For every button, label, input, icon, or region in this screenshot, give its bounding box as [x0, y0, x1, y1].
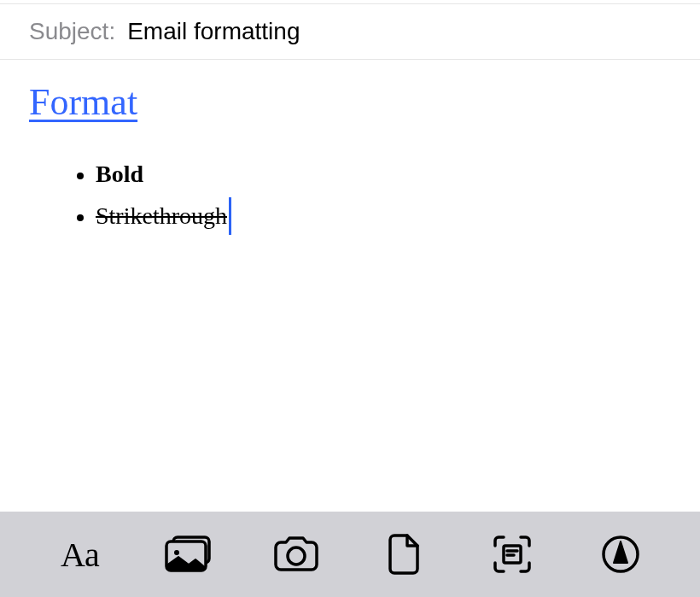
subject-row[interactable]: Subject: Email formatting [0, 4, 700, 59]
document-button[interactable] [370, 520, 438, 588]
strikethrough-text: Strikethrough [96, 202, 227, 229]
document-icon [387, 533, 421, 576]
body-heading[interactable]: Format [29, 80, 671, 124]
svg-point-2 [288, 547, 305, 565]
markup-icon [600, 534, 641, 575]
subject-value[interactable]: Email formatting [127, 18, 300, 45]
bold-text: Bold [96, 161, 143, 187]
text-cursor [229, 197, 231, 235]
subject-label: Subject: [29, 18, 115, 45]
photo-library-icon [163, 534, 213, 575]
bullet-list[interactable]: Bold Strikethrough [29, 153, 671, 237]
text-style-icon: Aa [61, 535, 99, 575]
format-toolbar: Aa [0, 512, 700, 597]
email-body[interactable]: Format Bold Strikethrough [0, 60, 700, 237]
text-style-button[interactable]: Aa [45, 520, 114, 588]
scan-icon [492, 534, 533, 575]
list-item[interactable]: Bold [96, 153, 671, 195]
markup-button[interactable] [586, 520, 655, 588]
camera-icon [272, 536, 320, 573]
camera-button[interactable] [262, 520, 330, 588]
scan-button[interactable] [478, 520, 546, 588]
photo-library-button[interactable] [154, 520, 222, 588]
svg-point-1 [174, 550, 179, 555]
list-item[interactable]: Strikethrough [96, 195, 671, 237]
